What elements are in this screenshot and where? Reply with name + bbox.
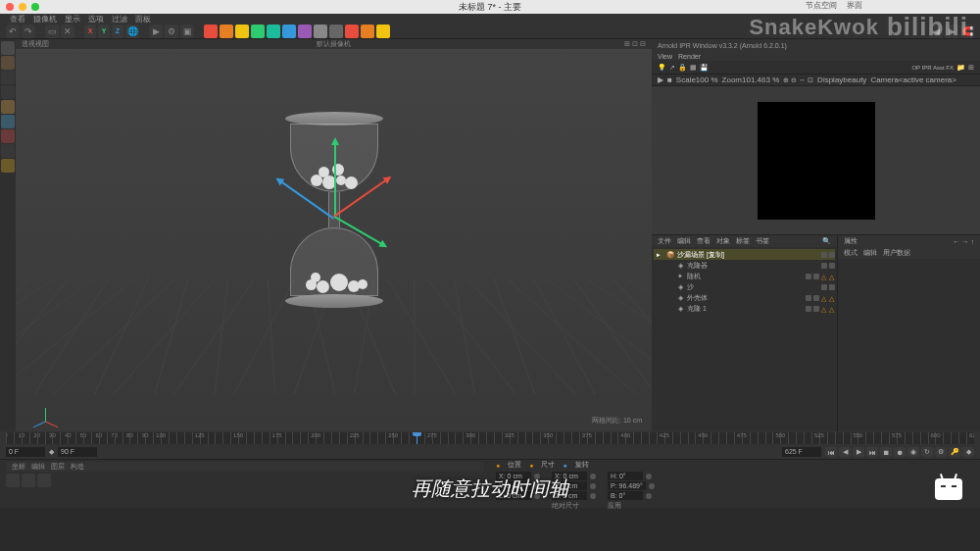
playback-button-2[interactable]: ▶: [853, 447, 864, 457]
layout-tab[interactable]: 节点空间: [806, 0, 837, 11]
undo-button[interactable]: ↶: [6, 25, 20, 38]
tree-row[interactable]: ◈沙: [654, 281, 835, 292]
menu-view[interactable]: 查看: [10, 14, 25, 25]
cross-tool[interactable]: ✕: [61, 25, 74, 38]
primitive-icon[interactable]: [267, 25, 280, 38]
playback-button-1[interactable]: ◀: [839, 447, 851, 457]
coord-tab-rot[interactable]: 旋转: [575, 460, 589, 470]
playback-button-4[interactable]: ⏹: [880, 447, 892, 457]
primitive-icon[interactable]: [376, 25, 390, 38]
mat-slot[interactable]: [37, 474, 51, 487]
tree-row[interactable]: ◈克隆器: [654, 260, 835, 271]
key-icon[interactable]: ◆: [49, 448, 54, 456]
layout-tab[interactable]: 界面: [847, 0, 862, 11]
playback-button-6[interactable]: ◉: [907, 447, 919, 457]
window-icon[interactable]: ⊞: [968, 64, 974, 72]
bottom-tab[interactable]: 构造: [71, 462, 84, 472]
rot-h-field[interactable]: H: 0°: [608, 472, 643, 480]
arnold-render-view[interactable]: [652, 86, 980, 234]
primitive-icon[interactable]: [298, 25, 312, 38]
playback-button-0[interactable]: ⏮: [825, 447, 837, 457]
folder-icon[interactable]: 📁: [956, 64, 965, 72]
bottom-tab[interactable]: 坐标: [12, 462, 25, 472]
display-dropdown[interactable]: beauty: [843, 75, 866, 84]
obj-tab[interactable]: 查看: [697, 236, 710, 246]
coord-tab-size[interactable]: 尺寸: [541, 460, 555, 470]
arnold-op-label[interactable]: OP IPR Asst FX: [911, 65, 954, 71]
texture-mode[interactable]: [1, 56, 15, 70]
obj-tab[interactable]: 书签: [756, 236, 769, 246]
playback-button-3[interactable]: ⏭: [866, 447, 878, 457]
playback-button-9[interactable]: 🔑: [949, 447, 960, 457]
viewport-icons[interactable]: ⊞ ⊡ ⊟: [624, 40, 646, 48]
primitive-icon[interactable]: [220, 25, 233, 38]
arnold-play-button[interactable]: ▶: [658, 75, 663, 84]
bottom-tab[interactable]: 编辑: [31, 462, 45, 472]
object-tree[interactable]: ▸📦沙漏场景 [复制]◈克隆器✦随机△△◈沙◈外壳体△△◈克隆 1△△: [652, 247, 837, 431]
gizmo-y-axis[interactable]: [334, 139, 336, 218]
coord-tab-pos[interactable]: 位置: [508, 460, 521, 470]
select-tool[interactable]: ▭: [45, 25, 59, 38]
uv-mode[interactable]: [1, 115, 15, 128]
render-region[interactable]: ▣: [180, 25, 194, 38]
arnold-tab-view[interactable]: View: [658, 53, 672, 60]
primitive-icon[interactable]: [204, 25, 218, 38]
render-button[interactable]: ▶: [149, 25, 163, 38]
zoom-value[interactable]: 101.463 %: [742, 75, 779, 84]
range-end-field[interactable]: 90 F: [58, 447, 97, 457]
scale-value[interactable]: 100 %: [696, 75, 718, 84]
obj-tab[interactable]: 对象: [716, 236, 730, 246]
camera-dropdown[interactable]: <active camera>: [899, 75, 956, 84]
playback-button-5[interactable]: ⏺: [894, 447, 906, 457]
rot-p-field[interactable]: P: 96.489°: [608, 481, 646, 490]
obj-tab[interactable]: 文件: [658, 236, 671, 246]
attr-tab[interactable]: 编辑: [863, 248, 877, 258]
start-frame-field[interactable]: 0 F: [6, 447, 45, 457]
mat-slot[interactable]: [22, 474, 35, 487]
primitive-icon[interactable]: [361, 25, 374, 38]
axis-x-toggle[interactable]: X: [84, 25, 96, 38]
menu-camera[interactable]: 摄像机: [33, 14, 57, 25]
timeline-ruler[interactable]: 0102030405060708090100125150175200225250…: [0, 431, 980, 445]
timeline-playhead[interactable]: [416, 432, 417, 444]
world-toggle[interactable]: 🌐: [125, 25, 139, 38]
tree-row[interactable]: ✦随机△△: [654, 271, 835, 281]
primitive-icon[interactable]: [251, 25, 265, 38]
primitive-icon[interactable]: [235, 25, 249, 38]
obj-tab[interactable]: 编辑: [677, 236, 691, 246]
menu-panel[interactable]: 面板: [135, 14, 151, 25]
arnold-tab-render[interactable]: Render: [678, 53, 701, 60]
mat-slot[interactable]: [6, 474, 20, 487]
size-mode-dropdown[interactable]: 绝对尺寸: [552, 501, 579, 511]
obj-tab[interactable]: 标签: [736, 236, 750, 246]
attr-tab[interactable]: 用户数据: [883, 248, 910, 258]
attr-nav[interactable]: ← → ↑: [954, 238, 974, 245]
arnold-stop-button[interactable]: ■: [667, 75, 672, 84]
primitive-icon[interactable]: [282, 25, 296, 38]
minimize-window-button[interactable]: [19, 3, 26, 11]
bottom-tab[interactable]: 图层: [51, 462, 65, 472]
playback-button-7[interactable]: ↻: [921, 447, 933, 457]
rot-b-field[interactable]: B: 0°: [608, 491, 643, 500]
grid-icon[interactable]: ▦: [690, 64, 697, 72]
end-frame-field[interactable]: 625 F: [782, 447, 821, 457]
menu-display[interactable]: 显示: [65, 14, 80, 25]
poly-mode[interactable]: [1, 100, 15, 114]
zoom-icons[interactable]: ⊕ ⊖ ↔ ⊡: [783, 76, 813, 84]
paint-mode[interactable]: [1, 129, 15, 143]
render-settings[interactable]: ⚙: [165, 25, 178, 38]
lock-icon[interactable]: 🔒: [678, 64, 687, 72]
apply-button[interactable]: 应用: [608, 501, 621, 511]
perspective-viewport[interactable]: 网格间距: 10 cm: [16, 49, 652, 431]
arrow-icon[interactable]: ↗: [669, 64, 675, 72]
primitive-icon[interactable]: [345, 25, 359, 38]
redo-button[interactable]: ↷: [22, 25, 35, 38]
menu-filter[interactable]: 过滤: [112, 14, 127, 25]
tree-row[interactable]: ▸📦沙漏场景 [复制]: [654, 249, 835, 260]
tree-row[interactable]: ◈克隆 1△△: [654, 303, 835, 314]
tree-row[interactable]: ◈外壳体△△: [654, 292, 835, 303]
playback-button-10[interactable]: ◆: [962, 447, 974, 457]
search-icon[interactable]: 🔍: [822, 237, 831, 245]
maximize-window-button[interactable]: [31, 3, 39, 11]
close-window-button[interactable]: [6, 3, 14, 11]
